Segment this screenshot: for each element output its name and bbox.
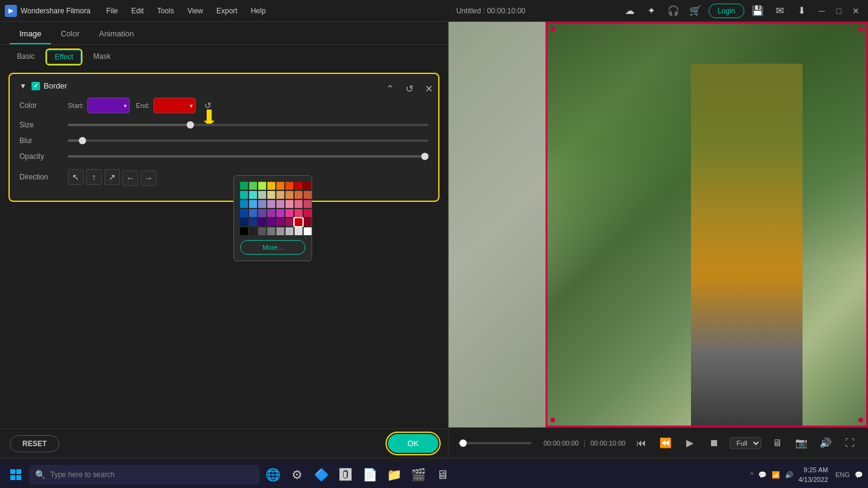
color-cell[interactable]	[304, 209, 312, 217]
color-cell[interactable]	[249, 200, 257, 208]
scrubber[interactable]	[458, 442, 532, 444]
color-end-button[interactable]: ▾	[153, 98, 196, 113]
cloud-icon[interactable]: ☁	[621, 2, 638, 19]
taskbar-folder[interactable]: 📁	[383, 464, 405, 486]
taskbar-volume[interactable]: 🔊	[785, 471, 793, 479]
blur-slider[interactable]	[68, 139, 429, 142]
download-icon[interactable]: ⬇	[793, 2, 810, 19]
opacity-slider[interactable]	[68, 155, 429, 158]
color-cell[interactable]	[267, 209, 275, 217]
login-button[interactable]: Login	[709, 4, 744, 18]
cart-icon[interactable]: 🛒	[687, 2, 704, 19]
direction-right[interactable]: →	[141, 170, 156, 186]
taskbar-filmora[interactable]: 🎬	[407, 464, 429, 486]
minimize-button[interactable]: ─	[815, 4, 829, 18]
menu-view[interactable]: View	[181, 4, 209, 18]
taskbar-word[interactable]: 📄	[359, 464, 381, 486]
tab-image[interactable]: Image	[10, 24, 51, 44]
color-cell[interactable]	[276, 209, 284, 217]
color-cell[interactable]	[240, 218, 248, 226]
color-cell[interactable]	[249, 218, 257, 226]
headset-icon[interactable]: 🎧	[665, 2, 682, 19]
color-cell[interactable]	[258, 227, 266, 235]
color-cell[interactable]	[267, 182, 275, 190]
maximize-button[interactable]: □	[832, 4, 846, 18]
save-icon[interactable]: 💾	[749, 2, 766, 19]
subtab-basic[interactable]: Basic	[10, 50, 42, 64]
star-icon[interactable]: ✦	[643, 2, 660, 19]
play-button[interactable]: ▶	[681, 435, 698, 452]
color-cell[interactable]	[240, 182, 248, 190]
stop-button[interactable]: ⏹	[706, 435, 723, 452]
refresh-button[interactable]: ↺	[402, 81, 416, 96]
menu-file[interactable]: File	[100, 4, 124, 18]
color-cell[interactable]	[285, 227, 293, 235]
direction-top[interactable]: ↑	[86, 169, 102, 185]
color-cell[interactable]	[285, 209, 293, 217]
color-cell[interactable]	[304, 191, 312, 199]
tab-color[interactable]: Color	[51, 24, 89, 44]
color-cell[interactable]	[295, 209, 302, 217]
scrubber-thumb[interactable]	[459, 440, 467, 447]
camera-icon[interactable]: 📷	[793, 435, 810, 452]
color-cell[interactable]	[276, 191, 284, 199]
color-cell[interactable]	[285, 218, 293, 226]
color-cell[interactable]	[304, 200, 312, 208]
color-cell[interactable]	[295, 200, 302, 208]
color-cell[interactable]	[258, 200, 266, 208]
color-cell[interactable]	[295, 227, 302, 235]
taskbar-edge[interactable]: 🌐	[262, 464, 284, 486]
color-cell[interactable]	[249, 227, 257, 235]
color-cell-selected[interactable]	[295, 218, 302, 226]
color-cell[interactable]	[267, 200, 275, 208]
color-cell[interactable]	[258, 191, 266, 199]
color-cell[interactable]	[304, 218, 312, 226]
color-cell[interactable]	[249, 209, 257, 217]
color-cell[interactable]	[304, 182, 312, 190]
border-checkbox[interactable]	[32, 82, 40, 90]
close-button[interactable]: ✕	[849, 4, 863, 18]
taskbar-wifi[interactable]: 📶	[772, 471, 780, 479]
color-cell[interactable]	[285, 200, 293, 208]
color-cell[interactable]	[295, 182, 302, 190]
direction-left[interactable]: ←	[122, 170, 138, 186]
direction-top-right[interactable]: ↗	[104, 169, 120, 185]
color-cell[interactable]	[240, 200, 248, 208]
volume-icon[interactable]: 🔊	[817, 435, 834, 452]
color-cell[interactable]	[276, 200, 284, 208]
screen-icon[interactable]: 🖥	[769, 435, 786, 452]
ok-button[interactable]: OK	[388, 434, 438, 453]
menu-tools[interactable]: Tools	[151, 4, 180, 18]
color-cell[interactable]	[276, 218, 284, 226]
move-up-button[interactable]: ⌃	[382, 81, 397, 96]
reset-button[interactable]: RESET	[10, 435, 59, 452]
menu-export[interactable]: Export	[210, 4, 244, 18]
color-cell[interactable]	[249, 191, 257, 199]
start-button[interactable]	[5, 464, 27, 486]
taskbar-notifications-badge[interactable]: 💬	[855, 471, 863, 479]
color-cell[interactable]	[304, 227, 312, 235]
skip-back-button[interactable]: ⏮	[633, 435, 650, 452]
color-cell[interactable]	[240, 209, 248, 217]
color-cell[interactable]	[276, 182, 284, 190]
menu-edit[interactable]: Edit	[125, 4, 150, 18]
more-colors-button[interactable]: More...	[240, 240, 305, 255]
color-cell[interactable]	[249, 182, 257, 190]
color-cell[interactable]	[240, 227, 248, 235]
close-section-button[interactable]: ✕	[421, 81, 436, 96]
size-slider[interactable]	[68, 124, 429, 126]
taskbar-app2[interactable]: 🖥	[432, 464, 453, 486]
color-cell[interactable]	[276, 227, 284, 235]
color-cell[interactable]	[258, 182, 266, 190]
color-cell[interactable]	[295, 191, 302, 199]
color-cell[interactable]	[258, 218, 266, 226]
quality-select[interactable]: Full	[730, 437, 761, 449]
taskbar-chevron[interactable]: ^	[750, 471, 753, 478]
taskbar-opera[interactable]: 🅾	[335, 464, 356, 486]
direction-top-left[interactable]: ↖	[68, 169, 84, 185]
color-cell[interactable]	[267, 218, 275, 226]
border-collapse-chevron[interactable]: ▼	[19, 82, 27, 90]
color-cell[interactable]	[240, 191, 248, 199]
fullscreen-icon[interactable]: ⛶	[841, 435, 858, 452]
color-start-button[interactable]: ▾	[87, 98, 130, 113]
